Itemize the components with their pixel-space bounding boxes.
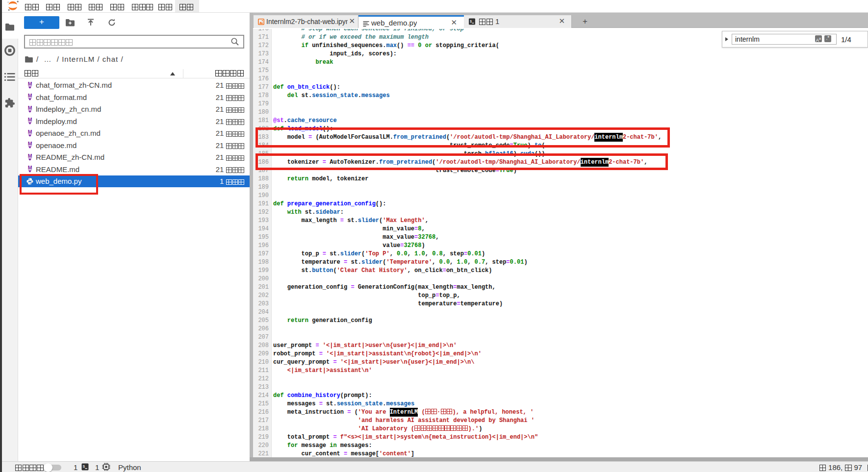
svg-text:M: M: [28, 117, 32, 123]
svg-text:M: M: [28, 153, 32, 159]
svg-text:$: $: [470, 20, 472, 24]
svg-text:M: M: [28, 165, 32, 171]
svg-text:M: M: [28, 141, 32, 147]
svg-text:M: M: [28, 105, 32, 111]
svg-text:M: M: [28, 129, 32, 135]
svg-text:M: M: [28, 81, 32, 87]
svg-text:M: M: [28, 93, 32, 99]
svg-text:$: $: [83, 465, 85, 469]
